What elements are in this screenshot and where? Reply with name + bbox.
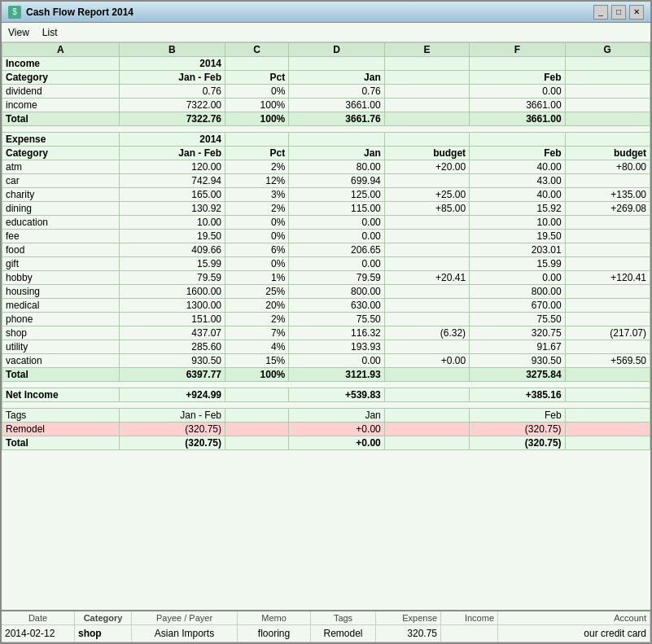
minimize-button[interactable]: _ bbox=[593, 5, 608, 20]
bottom-bar: Date Category Payee / Payer Memo Tags Ex… bbox=[2, 610, 650, 642]
col-header-a: A bbox=[2, 43, 120, 57]
cell-memo: flooring bbox=[238, 625, 311, 642]
income-total-row: Total 7322.76 100% 3661.76 3661.00 bbox=[2, 112, 650, 126]
header-expense: Expense bbox=[376, 611, 441, 624]
expense-col-headers: Category Jan - Feb Pct Jan budget Feb bu… bbox=[2, 147, 650, 160]
remodel-d: +0.00 bbox=[289, 423, 384, 436]
bottom-header: Date Category Payee / Payer Memo Tags Ex… bbox=[2, 611, 650, 625]
remodel-label: Remodel bbox=[2, 423, 120, 436]
table-row: phone 151.00 2% 75.50 75.50 bbox=[2, 313, 650, 326]
cell-category: shop bbox=[75, 625, 132, 642]
window-title: Cash Flow Report 2014 bbox=[26, 7, 133, 18]
table-row: hobby 79.59 1% 79.59 +20.41 0.00 +120.41 bbox=[2, 271, 650, 285]
expense-year: 2014 bbox=[119, 133, 225, 147]
remodel-f: (320.75) bbox=[470, 423, 565, 436]
menu-view[interactable]: View bbox=[8, 27, 29, 38]
spacer-row bbox=[2, 382, 650, 388]
spacer-row bbox=[2, 126, 650, 133]
table-row: education 10.00 0% 0.00 10.00 bbox=[2, 216, 650, 230]
table-row: dining 130.92 2% 115.00 +85.00 15.92 +26… bbox=[2, 202, 650, 216]
table-row: fee 19.50 0% 0.00 19.50 bbox=[2, 230, 650, 243]
cell-expense: 320.75 bbox=[376, 625, 441, 642]
menu-list[interactable]: List bbox=[42, 27, 58, 38]
income-year: 2014 bbox=[119, 57, 225, 71]
col-header-c: C bbox=[225, 43, 289, 57]
expense-header-row: Expense 2014 bbox=[2, 133, 650, 147]
table-row: medical 1300.00 20% 630.00 670.00 bbox=[2, 299, 650, 313]
net-income-row: Net Income +924.99 +539.83 +385.16 bbox=[2, 388, 650, 402]
tags-col-d: Jan bbox=[289, 409, 384, 423]
remodel-row: Remodel (320.75) +0.00 (320.75) bbox=[2, 423, 650, 436]
net-income-label: Net Income bbox=[2, 388, 120, 402]
expense-total-row: Total 6397.77 100% 3121.93 3275.84 bbox=[2, 368, 650, 382]
tags-total-row: Total (320.75) +0.00 (320.75) bbox=[2, 436, 650, 450]
window-controls: _ □ ✕ bbox=[593, 5, 644, 20]
col-header-g: G bbox=[565, 43, 650, 57]
table-row: income 7322.00 100% 3661.00 3661.00 bbox=[2, 99, 650, 112]
table-row: housing 1600.00 25% 800.00 800.00 bbox=[2, 285, 650, 299]
bottom-data-row: 2014-02-12 shop Asian Imports flooring R… bbox=[2, 625, 650, 642]
col-header-e: E bbox=[384, 43, 469, 57]
table-row: utility 285.60 4% 193.93 91.67 bbox=[2, 340, 650, 354]
tags-header-row: Tags Jan - Feb Jan Feb bbox=[2, 409, 650, 423]
remodel-b: (320.75) bbox=[119, 423, 225, 436]
table-row: shop 437.07 7% 116.32 (6.32) 320.75 (217… bbox=[2, 326, 650, 340]
table-row: vacation 930.50 15% 0.00 +0.00 930.50 +5… bbox=[2, 354, 650, 368]
cell-account: our credit card bbox=[498, 625, 650, 642]
main-content: A B C D E F G Income 2014 Category bbox=[2, 42, 650, 610]
column-header-row: A B C D E F G bbox=[2, 43, 650, 57]
col-header-b: B bbox=[119, 43, 225, 57]
cell-income bbox=[441, 625, 498, 642]
header-tags: Tags bbox=[311, 611, 376, 624]
col-header-f: F bbox=[470, 43, 565, 57]
table-row: gift 15.99 0% 0.00 15.99 bbox=[2, 257, 650, 271]
report-table: A B C D E F G Income 2014 Category bbox=[2, 42, 650, 450]
table-row: car 742.94 12% 699.94 43.00 bbox=[2, 174, 650, 188]
income-header-row: Income 2014 bbox=[2, 57, 650, 71]
table-row: charity 165.00 3% 125.00 +25.00 40.00 +1… bbox=[2, 188, 650, 202]
expense-label: Expense bbox=[2, 133, 120, 147]
tags-col-b: Jan - Feb bbox=[119, 409, 225, 423]
menu-bar: View List bbox=[2, 23, 650, 42]
header-account: Account bbox=[498, 611, 650, 624]
col-header-d: D bbox=[289, 43, 384, 57]
net-income-b: +924.99 bbox=[119, 388, 225, 402]
main-window: $ Cash Flow Report 2014 _ □ ✕ View List … bbox=[0, 0, 652, 644]
spacer-row bbox=[2, 402, 650, 409]
app-icon: $ bbox=[8, 6, 21, 19]
title-bar: $ Cash Flow Report 2014 _ □ ✕ bbox=[2, 2, 650, 23]
income-label: Income bbox=[2, 57, 120, 71]
cell-payee: Asian Imports bbox=[132, 625, 238, 642]
table-row: food 409.66 6% 206.65 203.01 bbox=[2, 243, 650, 257]
net-income-d: +539.83 bbox=[289, 388, 384, 402]
header-income: Income bbox=[441, 611, 498, 624]
cell-date: 2014-02-12 bbox=[2, 625, 75, 642]
tags-col-f: Feb bbox=[470, 409, 565, 423]
table-row: atm 120.00 2% 80.00 +20.00 40.00 +80.00 bbox=[2, 160, 650, 174]
income-col-headers: Category Jan - Feb Pct Jan Feb bbox=[2, 71, 650, 85]
header-payee: Payee / Payer bbox=[132, 611, 238, 624]
net-income-f: +385.16 bbox=[470, 388, 565, 402]
maximize-button[interactable]: □ bbox=[611, 5, 626, 20]
header-category: Category bbox=[75, 611, 132, 624]
title-bar-left: $ Cash Flow Report 2014 bbox=[8, 6, 133, 19]
tags-label: Tags bbox=[2, 409, 120, 423]
table-row: dividend 0.76 0% 0.76 0.00 bbox=[2, 85, 650, 99]
header-date: Date bbox=[2, 611, 75, 624]
close-button[interactable]: ✕ bbox=[629, 5, 644, 20]
header-memo: Memo bbox=[238, 611, 311, 624]
cell-tags: Remodel bbox=[311, 625, 376, 642]
